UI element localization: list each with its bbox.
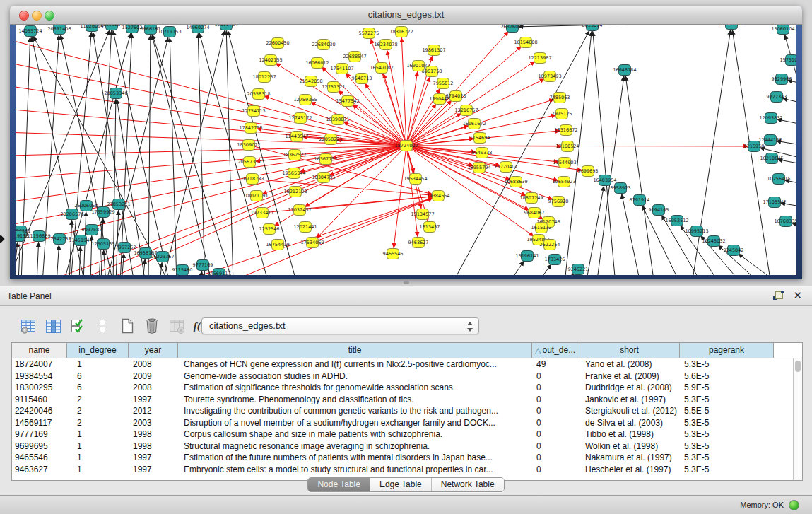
graph-node[interactable]: 14569117	[207, 269, 230, 276]
table-cell[interactable]: 6	[67, 370, 129, 382]
graph-node[interactable]: 12505135	[91, 239, 114, 250]
graph-node[interactable]: 12402155	[259, 55, 282, 66]
graph-node[interactable]: 10653287	[100, 25, 123, 30]
graph-node[interactable]: 9097587	[82, 225, 102, 235]
table-cell[interactable]: 14569117	[12, 417, 67, 429]
network-window-titlebar[interactable]: citations_edges.txt	[10, 6, 802, 25]
graph-node[interactable]: 20558318	[247, 89, 270, 100]
table-cell[interactable]: 5.3E-5	[680, 417, 774, 429]
table-cell[interactable]: 2008	[129, 382, 178, 394]
graph-node[interactable]: 16754419	[266, 240, 289, 250]
column-header-year[interactable]: year	[129, 343, 178, 358]
graph-node[interactable]: 1513457	[420, 222, 440, 233]
table-row[interactable]: 1456911722003Disruption of a novel membe…	[12, 417, 802, 429]
graph-node[interactable]: 9115460	[172, 265, 193, 276]
graph-node[interactable]: 26876082	[500, 25, 524, 33]
table-cell[interactable]: 5.3E-5	[680, 440, 774, 452]
column-header-title[interactable]: title	[178, 343, 532, 358]
network-graph[interactable]: 1872400769617587955812679402819904451321…	[16, 25, 796, 275]
table-cell[interactable]: 1998	[129, 428, 178, 440]
graph-node[interactable]: 12160524	[555, 141, 579, 152]
graph-node[interactable]: 10719153	[158, 27, 181, 37]
table-cell[interactable]: 49	[532, 358, 579, 370]
table-cell[interactable]: Embryonic stem cells: a model to study s…	[178, 464, 532, 476]
table-cell[interactable]: 9115460	[12, 394, 67, 406]
table-cell[interactable]: Disruption of a novel member of a sodium…	[178, 417, 532, 429]
table-cell[interactable]: 9777169	[12, 428, 67, 440]
column-header-short[interactable]: short	[579, 343, 680, 358]
table-cell[interactable]: Investigating the contribution of common…	[178, 405, 532, 417]
graph-node[interactable]: 20206576	[60, 209, 83, 220]
graph-node[interactable]: 6791914	[630, 195, 650, 206]
table-cell[interactable]: Wolkin et al. (1998)	[579, 440, 680, 452]
graph-node[interactable]: 10256415	[767, 174, 790, 185]
graph-node[interactable]: 17842755	[239, 123, 262, 134]
table-cell[interactable]: 22420046	[12, 405, 67, 417]
graph-node[interactable]: 9548713	[352, 74, 372, 84]
graph-node[interactable]: 19245032	[702, 236, 725, 247]
graph-node[interactable]: 11544903	[553, 158, 576, 168]
table-cell[interactable]: 0	[532, 440, 579, 452]
column-header-name[interactable]: name	[12, 343, 67, 358]
graph-node[interactable]: 14960274	[186, 25, 209, 33]
table-cell[interactable]: Changes of HCN gene expression and I(f) …	[178, 358, 532, 370]
graph-node[interactable]: 16066012	[305, 58, 329, 69]
table-row[interactable]: 946362711997Embryonic stem cells: a mode…	[12, 464, 802, 476]
table-cell[interactable]: Stergiakouli et al. (2012)	[579, 405, 680, 417]
graph-node[interactable]: 12021441	[293, 222, 317, 233]
table-cell[interactable]: 1	[67, 440, 129, 452]
table-cell[interactable]: 1997	[129, 452, 178, 464]
memory-status-icon[interactable]	[789, 500, 799, 510]
table-cell[interactable]: Structural magnetic resonance image aver…	[178, 440, 532, 452]
merge-rows-icon[interactable]	[94, 317, 111, 334]
graph-node[interactable]: 18362527	[283, 150, 306, 160]
graph-node[interactable]: 15196141	[515, 251, 539, 262]
graph-node[interactable]: 7975125	[552, 109, 572, 119]
table-cell[interactable]: 5.3E-5	[680, 358, 774, 370]
graph-node[interactable]: 18309022	[237, 140, 260, 151]
graph-node[interactable]: 12610734	[214, 25, 237, 30]
table-cell[interactable]: 2012	[129, 405, 178, 417]
graph-node[interactable]: 20891406	[47, 25, 71, 35]
graph-node[interactable]: 9329966	[772, 74, 792, 85]
graph-node[interactable]: 16210645	[760, 153, 783, 164]
table-selector-dropdown[interactable]: citations_edges.txt	[201, 317, 479, 334]
graph-node[interactable]: 16367752	[314, 154, 337, 165]
graph-node[interactable]: 17534069	[300, 238, 324, 248]
graph-node[interactable]: 9465546	[383, 249, 404, 259]
table-cell[interactable]: 0	[532, 417, 579, 429]
graph-node[interactable]: 13216757	[454, 105, 478, 116]
graph-node[interactable]: 16154808	[514, 37, 537, 48]
table-cell[interactable]: 2003	[129, 417, 178, 429]
table-cell[interactable]: 2	[67, 405, 129, 417]
graph-node[interactable]: 18398871	[326, 115, 349, 125]
panel-divider-grip[interactable]	[404, 281, 409, 284]
graph-node[interactable]: 16648784	[613, 65, 636, 76]
graph-node[interactable]: 9194105	[649, 205, 669, 216]
graph-node[interactable]: 15060104	[771, 25, 794, 35]
table-cell[interactable]: 9463627	[12, 464, 67, 476]
graph-node[interactable]: 15751074	[779, 55, 796, 66]
graph-node[interactable]: 12213987	[528, 53, 551, 64]
table-cell[interactable]: Hescheler et al. (1997)	[579, 464, 680, 476]
table-cell[interactable]: 1	[67, 428, 129, 440]
table-cell[interactable]: 5.9E-5	[680, 382, 774, 394]
graph-node[interactable]: 9245042	[724, 245, 744, 256]
table-cell[interactable]: 0	[532, 405, 579, 417]
graph-node[interactable]: 8813014	[582, 25, 603, 31]
float-panel-icon[interactable]	[773, 291, 784, 302]
graph-node[interactable]: 22600450	[266, 38, 289, 49]
graph-node[interactable]: 18316672	[554, 125, 577, 136]
table-cell[interactable]: 1	[67, 358, 129, 370]
table-cell[interactable]: 5.6E-5	[680, 370, 774, 382]
table-cell[interactable]: 18724007	[12, 358, 67, 370]
table-row[interactable]: 1830029562008Estimation of significance …	[12, 382, 802, 394]
graph-node[interactable]: 10995213	[685, 226, 708, 237]
graph-node[interactable]: 18316722	[389, 27, 413, 37]
table-cell[interactable]: 5.3E-5	[680, 464, 774, 476]
graph-node[interactable]: 9777169	[193, 260, 213, 271]
table-row[interactable]: 911546021997Tourette syndrome. Phenomeno…	[12, 394, 802, 406]
table-cell[interactable]: 1998	[129, 440, 178, 452]
graph-node[interactable]: 12093832	[759, 113, 782, 124]
graph-node[interactable]: 12751321	[322, 82, 345, 93]
